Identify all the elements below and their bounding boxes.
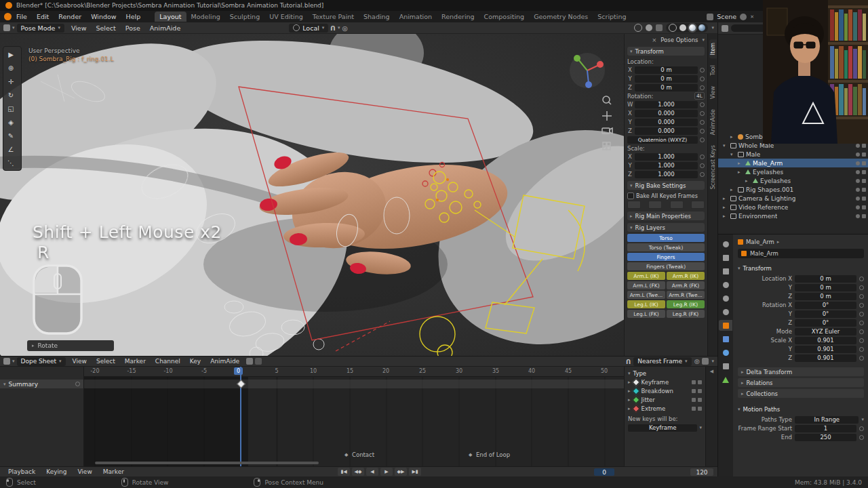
render-visibility-icon[interactable]	[862, 152, 866, 157]
new-keys-dropdown[interactable]: Keyframe	[628, 424, 697, 432]
close-icon[interactable]: ✕	[750, 14, 754, 20]
type-panel-header[interactable]: ▾ Type	[628, 369, 702, 378]
playhead-frame-badge[interactable]: 0	[234, 367, 243, 375]
operator-panel[interactable]: ▸ Rotate	[27, 340, 114, 351]
tool-button[interactable]: ⋱	[4, 157, 18, 169]
animate-dot-icon[interactable]	[700, 163, 705, 168]
visibility-icons[interactable]	[856, 205, 866, 209]
workspace-tab[interactable]: Layout	[155, 12, 186, 22]
rig-layer-button[interactable]: Arm.L (Twe...	[627, 291, 665, 299]
animate-dot-icon[interactable]	[859, 329, 864, 334]
scale-field[interactable]: 1.000	[635, 153, 698, 161]
transform-panel-header[interactable]: ▾ Transform	[627, 47, 705, 56]
frame-start-field[interactable]: 1	[795, 425, 856, 432]
menu-item[interactable]: AnimAide	[145, 24, 185, 32]
expand-icon[interactable]: ▾	[723, 143, 728, 148]
visibility-icons[interactable]	[856, 152, 866, 157]
type-row-icons[interactable]	[692, 389, 702, 393]
outliner-editor-icon[interactable]	[722, 25, 728, 32]
menu-item[interactable]: Edit	[32, 13, 54, 20]
rig-layer-button[interactable]: Fingers (Tweak)	[627, 262, 705, 270]
object-data-tab[interactable]	[719, 374, 732, 385]
sidebar-tab[interactable]: Screencast Keys	[709, 142, 717, 192]
hide-icon[interactable]	[856, 188, 860, 192]
field-value[interactable]: 0°	[795, 310, 856, 318]
menu-item[interactable]: View	[68, 358, 92, 365]
render-visibility-icon[interactable]	[862, 161, 866, 165]
rig-layer-button[interactable]: Leg.R (IK)	[667, 300, 705, 308]
timeline-scrollbar[interactable]	[95, 462, 319, 464]
rotation-field[interactable]: 0.000	[635, 119, 698, 126]
outliner-row[interactable]: ▸ Rig Shapes.001	[718, 185, 868, 194]
rig-layer-button[interactable]: Arm.L (FK)	[627, 281, 665, 289]
marker-label[interactable]: Contact	[352, 451, 374, 458]
object-name-field[interactable]: Male_Arm	[738, 249, 864, 258]
bake-step-button[interactable]	[648, 201, 662, 209]
location-field[interactable]: 0 m	[635, 84, 698, 92]
solid-shading-icon[interactable]	[679, 24, 686, 31]
rig-layer-button[interactable]: Leg.L (IK)	[627, 300, 665, 308]
expand-icon[interactable]: ▸	[738, 161, 743, 166]
expand-icon[interactable]: ▸	[730, 134, 736, 140]
animate-dot-icon[interactable]	[700, 68, 705, 73]
type-row-icons[interactable]	[692, 407, 702, 411]
motion-paths-panel-header[interactable]: ▾ Motion Paths	[738, 405, 864, 413]
render-visibility-icon[interactable]	[862, 179, 866, 183]
collapsed-panel-header[interactable]: ▸ Delta Transform	[738, 367, 864, 376]
animate-dot-icon[interactable]	[859, 277, 864, 281]
expand-icon[interactable]: ▾	[3, 382, 6, 387]
animate-dot-icon[interactable]	[700, 111, 705, 116]
object-tab[interactable]	[719, 320, 732, 331]
workspace-tab[interactable]: Geometry Nodes	[529, 12, 593, 22]
menu-item[interactable]: Playback	[3, 468, 41, 475]
scene-tab[interactable]	[719, 293, 732, 304]
menu-item[interactable]: Key	[185, 358, 205, 365]
hide-icon[interactable]	[856, 161, 860, 165]
workspace-tab[interactable]: Sculpting	[225, 12, 264, 22]
hide-icon[interactable]	[856, 179, 860, 183]
hide-icon[interactable]	[856, 170, 860, 174]
field-value[interactable]: 0.901	[795, 346, 856, 353]
field-value[interactable]: 0 m	[795, 293, 856, 300]
keyframe-type-row[interactable]: ▸ Breakdown	[628, 386, 702, 395]
hide-icon[interactable]	[856, 205, 860, 209]
menu-item[interactable]: File	[12, 13, 32, 20]
current-frame-field[interactable]: 0	[594, 468, 614, 476]
keyframe-type-row[interactable]: ▸ Keyframe	[628, 378, 702, 386]
expand-icon[interactable]: ▸	[730, 187, 736, 192]
visibility-icons[interactable]	[856, 197, 866, 201]
marker-icon[interactable]: ◆	[469, 452, 472, 458]
tool-button[interactable]: ✛	[4, 75, 18, 87]
only-selected-icon[interactable]	[246, 358, 253, 365]
render-visibility-icon[interactable]	[862, 214, 866, 218]
field-value[interactable]: 0°	[795, 319, 856, 327]
viewport-3d[interactable]: ▶⊕✛↻◱◈✎∠⋱ User Perspective (0) Sombra_Ri…	[0, 34, 624, 356]
animate-dot-icon[interactable]	[859, 312, 864, 317]
outliner-row[interactable]: ▾ Male	[718, 150, 868, 159]
workspace-tab[interactable]: Compositing	[479, 12, 530, 22]
filter-icon[interactable]	[702, 358, 709, 365]
tool-button[interactable]: ◈	[4, 116, 18, 128]
animate-dot-icon[interactable]	[700, 155, 705, 159]
menu-item[interactable]: Window	[86, 13, 121, 20]
transform-panel-header[interactable]: ▾ Transform	[738, 264, 864, 272]
world-tab[interactable]	[719, 306, 732, 317]
animate-dot-icon[interactable]	[700, 172, 705, 177]
scale-field[interactable]: 1.000	[635, 162, 698, 169]
outliner-row[interactable]: ▸ Camera & Lighting	[718, 194, 868, 203]
transform-orientation-dropdown[interactable]: Local ▾	[289, 24, 328, 33]
location-field[interactable]: 0 m	[635, 75, 698, 83]
animate-dot-icon[interactable]	[700, 102, 705, 107]
rig-layer-button[interactable]: Arm.R (Twe...	[667, 291, 705, 299]
rotation-field[interactable]: 0.000	[635, 110, 698, 117]
bake-all-checkbox[interactable]	[627, 192, 634, 199]
mode-dropdown[interactable]: Pose Mode ▾	[17, 24, 64, 33]
jump-end-button[interactable]: ▶▮	[409, 468, 421, 476]
animate-dot-icon[interactable]	[859, 338, 864, 343]
tool-button[interactable]: ↻	[4, 89, 18, 101]
rig-layer-button[interactable]: Fingers	[627, 253, 705, 261]
type-row-icons[interactable]	[692, 398, 702, 402]
outliner-row[interactable]: ▸ Male_Arm	[718, 159, 868, 167]
render-visibility-icon[interactable]	[862, 197, 866, 201]
jump-start-button[interactable]: ▮◀	[338, 468, 350, 476]
